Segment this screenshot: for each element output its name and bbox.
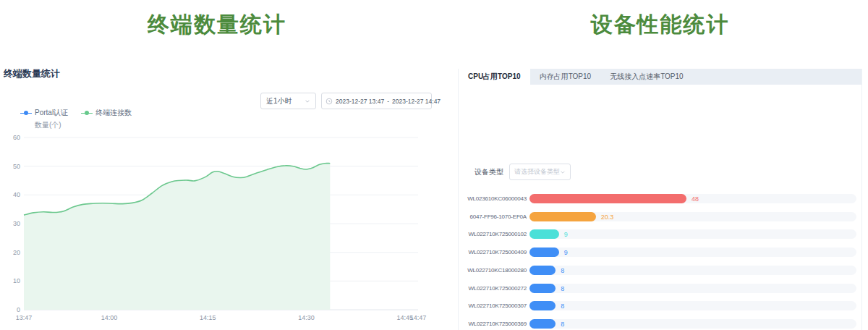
svg-text:20: 20 [13, 249, 20, 256]
date-range-separator: - [387, 98, 389, 105]
bar-track [529, 266, 856, 275]
bar-value-label: 8 [561, 267, 564, 274]
device-performance-title: 设备性能统计 [458, 10, 862, 40]
svg-text:60: 60 [13, 134, 20, 141]
bar [529, 212, 596, 221]
bar-category-label: WL022710K725000102 [459, 231, 527, 237]
bar [529, 194, 686, 203]
bar-chart-rows: WL023610KC06000043 48 6047-FF96-1070-EF0… [459, 69, 861, 330]
bar-value-label: 20.3 [601, 213, 614, 221]
svg-text:14:30: 14:30 [298, 314, 315, 321]
bar [529, 319, 556, 329]
date-range-start: 2023-12-27 13:47 [336, 98, 384, 105]
time-range-value: 近1小时 [266, 96, 292, 106]
bar-track [529, 284, 856, 293]
bar-category-label: WL022710KC18000280 [459, 267, 527, 274]
bar-value-label: 9 [564, 249, 568, 256]
svg-text:13:47: 13:47 [16, 314, 33, 321]
bar-category-label: WL022710K725000307 [459, 302, 527, 309]
svg-text:40: 40 [13, 191, 20, 198]
bar-row: WL022710K725000272 8 [459, 284, 856, 293]
clock-icon [326, 98, 333, 105]
time-controls: 近1小时 2023-12-27 13:47 - 2023-12-27 14:47 [260, 93, 432, 109]
bar-category-label: 6047-FF96-1070-EF0A [459, 213, 527, 220]
bar-track [529, 248, 856, 257]
terminal-count-card-title: 终端数量统计 [4, 67, 60, 80]
terminal-count-chart: 010203040506013:4714:0014:1514:3014:4514… [0, 130, 434, 330]
bar-category-label: WL022710K725000409 [459, 249, 527, 255]
chart-legend: Portal认证 终端连接数 [20, 108, 132, 118]
bar-value-label: 9 [564, 231, 568, 238]
svg-text:50: 50 [13, 163, 20, 170]
svg-text:30: 30 [13, 220, 20, 227]
bar-track [529, 301, 856, 310]
bar-category-label: WL023610KC06000043 [459, 195, 527, 202]
bar-track [529, 319, 856, 329]
date-range-end: 2023-12-27 14:47 [392, 98, 441, 105]
bar [529, 284, 556, 293]
bar-value-label: 8 [561, 321, 564, 328]
device-performance-panel: 设备性能统计 CPU占用TOP10内存占用TOP10无线接入点速率TOP10 设… [458, 0, 862, 330]
device-performance-card: CPU占用TOP10内存占用TOP10无线接入点速率TOP10 设备类型 请选择… [458, 69, 862, 330]
bar-track [529, 229, 856, 239]
svg-text:14:00: 14:00 [101, 314, 118, 321]
legend-label: Portal认证 [35, 108, 68, 118]
bar-category-label: WL022710K725000272 [459, 285, 527, 292]
bar-row: WL022710K725000369 8 [459, 319, 856, 329]
time-range-select[interactable]: 近1小时 [260, 93, 316, 109]
bar-track [529, 212, 856, 221]
legend-item[interactable]: Portal认证 [20, 108, 68, 118]
bar [529, 229, 559, 239]
bar-row: WL023610KC06000043 48 [459, 194, 856, 203]
dashboard: 终端数量统计 终端数量统计 近1小时 2023-12-27 13:47 - 20… [0, 0, 868, 330]
bar-value-label: 48 [692, 195, 699, 203]
bar-category-label: WL022710K725000369 [459, 321, 527, 327]
terminal-count-panel: 终端数量统计 终端数量统计 近1小时 2023-12-27 13:47 - 20… [0, 0, 434, 330]
legend-item[interactable]: 终端连接数 [81, 108, 132, 118]
bar-row: WL022710K725000307 8 [459, 301, 856, 310]
svg-text:10: 10 [13, 277, 20, 284]
bar [529, 301, 556, 310]
svg-text:14:15: 14:15 [200, 314, 216, 321]
bar-row: WL022710K725000102 9 [459, 229, 856, 239]
date-range-picker[interactable]: 2023-12-27 13:47 - 2023-12-27 14:47 [321, 93, 432, 109]
svg-text:0: 0 [17, 306, 20, 313]
chevron-down-icon [305, 98, 310, 104]
y-axis-name: 数量(个) [35, 120, 61, 130]
bar [529, 266, 556, 275]
bar-row: WL022710K725000409 9 [459, 248, 856, 257]
bar-value-label: 8 [561, 302, 564, 310]
bar-row: 6047-FF96-1070-EF0A 20.3 [459, 212, 856, 221]
legend-label: 终端连接数 [95, 108, 132, 118]
bar [529, 248, 559, 257]
svg-text:14:47: 14:47 [410, 314, 427, 321]
bar-value-label: 8 [561, 285, 564, 292]
legend-marker-icon [20, 110, 32, 116]
bar-row: WL022710KC18000280 8 [459, 266, 856, 275]
terminal-count-title: 终端数量统计 [0, 10, 434, 40]
legend-marker-icon [81, 110, 93, 116]
